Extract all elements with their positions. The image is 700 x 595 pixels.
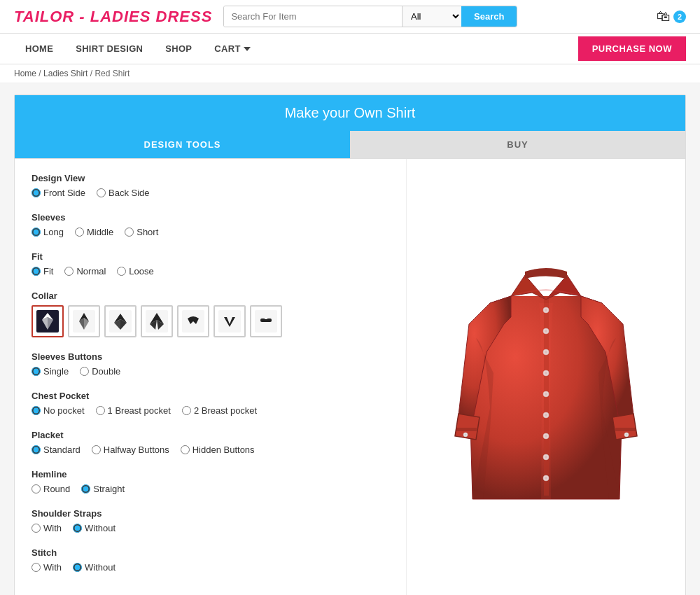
- sleeve-short[interactable]: Short: [125, 227, 158, 237]
- category-select[interactable]: All Shirts Dresses: [402, 6, 461, 27]
- collar-icon-7: [255, 310, 277, 332]
- shoulder-straps-label: Shoulder Straps: [31, 508, 389, 519]
- design-view-group: Design View Front Side Back Side: [31, 173, 389, 198]
- stitch-with[interactable]: With: [31, 562, 62, 573]
- nav-shop[interactable]: SHOP: [154, 34, 203, 64]
- svg-point-14: [626, 433, 628, 435]
- chest-pocket-label: Chest Pocket: [31, 391, 389, 401]
- sleeve-long[interactable]: Long: [31, 227, 64, 237]
- fit-group: Fit Fit Normal Loose: [31, 251, 389, 276]
- straps-with[interactable]: With: [31, 523, 62, 533]
- shoulder-straps-group: Shoulder Straps With Without: [31, 508, 389, 533]
- search-input[interactable]: [224, 6, 402, 27]
- content-area: Design View Front Side Back Side Sleeves: [15, 159, 685, 595]
- svg-rect-9: [456, 428, 477, 431]
- placket-group: Placket Standard Halfway Buttons Hidden …: [31, 430, 389, 455]
- hemline-round[interactable]: Round: [31, 484, 70, 494]
- header: TAILOR - LADIES DRESS All Shirts Dresses…: [0, 0, 700, 34]
- search-button[interactable]: Search: [461, 6, 517, 27]
- sleeves-label: Sleeves: [31, 212, 389, 223]
- stitch-label: Stitch: [31, 547, 389, 558]
- collar-options: [31, 305, 389, 337]
- shirt-svg: [448, 233, 644, 527]
- svg-rect-8: [265, 318, 267, 319]
- pocket-none[interactable]: No pocket: [31, 405, 85, 416]
- collar-btn-5[interactable]: [177, 305, 209, 337]
- shoulder-straps-options: With Without: [31, 523, 389, 533]
- sleeves-buttons-options: Single Double: [31, 366, 389, 377]
- chevron-down-icon: [244, 46, 251, 52]
- collar-icon-6: [218, 310, 241, 332]
- breadcrumb-current: Red Shirt: [94, 69, 130, 78]
- stitch-group: Stitch With Without: [31, 547, 389, 573]
- nav-home[interactable]: HOME: [14, 34, 64, 64]
- tab-design-tools[interactable]: DESIGN TOOLS: [15, 131, 350, 158]
- sleeve-btn-single[interactable]: Single: [31, 366, 69, 377]
- hemline-options: Round Straight: [31, 484, 389, 494]
- breadcrumb: Home / Ladies Shirt / Red Shirt: [0, 64, 700, 83]
- straps-without[interactable]: Without: [73, 523, 115, 533]
- placket-hidden[interactable]: Hidden Buttons: [181, 444, 255, 455]
- collar-group: Collar: [31, 290, 389, 337]
- product-card: Make your Own Shirt DESIGN TOOLS BUY Des…: [14, 94, 686, 595]
- collar-icon-5: [182, 310, 204, 332]
- svg-rect-12: [615, 428, 636, 431]
- collar-icon-4: [146, 310, 168, 332]
- collar-label: Collar: [31, 290, 389, 301]
- pocket-one[interactable]: 1 Breast pocket: [96, 405, 171, 416]
- search-bar: All Shirts Dresses Search: [223, 6, 517, 27]
- collar-btn-3[interactable]: [104, 305, 136, 337]
- preview-panel: [407, 159, 685, 595]
- collar-icon-1: [36, 310, 59, 332]
- breadcrumb-home[interactable]: Home: [14, 69, 36, 78]
- stitch-without[interactable]: Without: [73, 562, 115, 573]
- hemline-group: Hemline Round Straight: [31, 469, 389, 494]
- sleeves-buttons-group: Sleeves Buttons Single Double: [31, 351, 389, 377]
- main-content: Make your Own Shirt DESIGN TOOLS BUY Des…: [0, 83, 700, 595]
- nav-cart[interactable]: CART: [203, 34, 261, 64]
- svg-point-11: [465, 433, 467, 435]
- chest-pocket-options: No pocket 1 Breast pocket 2 Breast pocke…: [31, 405, 389, 416]
- sleeves-group: Sleeves Long Middle Short: [31, 212, 389, 237]
- collar-btn-4[interactable]: [141, 305, 173, 337]
- sleeve-btn-double[interactable]: Double: [80, 366, 120, 377]
- site-logo: TAILOR - LADIES DRESS: [14, 8, 212, 26]
- breadcrumb-ladies-shirt[interactable]: Ladies Shirt: [43, 69, 88, 78]
- design-view-options: Front Side Back Side: [31, 188, 389, 198]
- cart-bag-icon: 🛍: [657, 8, 671, 24]
- fit-fit[interactable]: Fit: [31, 266, 53, 276]
- design-panel: Design View Front Side Back Side Sleeves: [15, 159, 407, 595]
- sleeve-middle[interactable]: Middle: [75, 227, 113, 237]
- sleeves-options: Long Middle Short: [31, 227, 389, 237]
- collar-btn-2[interactable]: [68, 305, 100, 337]
- collar-icon-2: [73, 310, 95, 332]
- fit-normal[interactable]: Normal: [64, 266, 106, 276]
- hemline-label: Hemline: [31, 469, 389, 479]
- stitch-options: With Without: [31, 562, 389, 573]
- collar-icon-3: [109, 310, 132, 332]
- design-view-back[interactable]: Back Side: [97, 188, 150, 198]
- fit-options: Fit Normal Loose: [31, 266, 389, 276]
- hemline-straight[interactable]: Straight: [81, 484, 125, 494]
- collar-btn-7[interactable]: [250, 305, 282, 337]
- placket-options: Standard Halfway Buttons Hidden Buttons: [31, 444, 389, 455]
- fit-label: Fit: [31, 251, 389, 262]
- purchase-now-button[interactable]: PURCHASE NOW: [578, 36, 686, 61]
- placket-label: Placket: [31, 430, 389, 440]
- tabs: DESIGN TOOLS BUY: [15, 131, 685, 159]
- sleeves-buttons-label: Sleeves Buttons: [31, 351, 389, 362]
- collar-btn-6[interactable]: [214, 305, 246, 337]
- chest-pocket-group: Chest Pocket No pocket 1 Breast pocket 2…: [31, 391, 389, 416]
- cart-icon-header[interactable]: 🛍 2: [657, 8, 686, 24]
- card-title: Make your Own Shirt: [15, 95, 685, 131]
- collar-btn-1[interactable]: [31, 305, 64, 337]
- placket-standard[interactable]: Standard: [31, 444, 80, 455]
- cart-count-badge: 2: [673, 10, 686, 23]
- pocket-two[interactable]: 2 Breast pocket: [182, 405, 257, 416]
- fit-loose[interactable]: Loose: [117, 266, 153, 276]
- nav-shirt-design[interactable]: SHIRT DESIGN: [64, 34, 154, 64]
- design-view-front[interactable]: Front Side: [31, 188, 85, 198]
- placket-halfway[interactable]: Halfway Buttons: [92, 444, 169, 455]
- svg-rect-5: [218, 310, 241, 332]
- tab-buy[interactable]: BUY: [350, 131, 685, 158]
